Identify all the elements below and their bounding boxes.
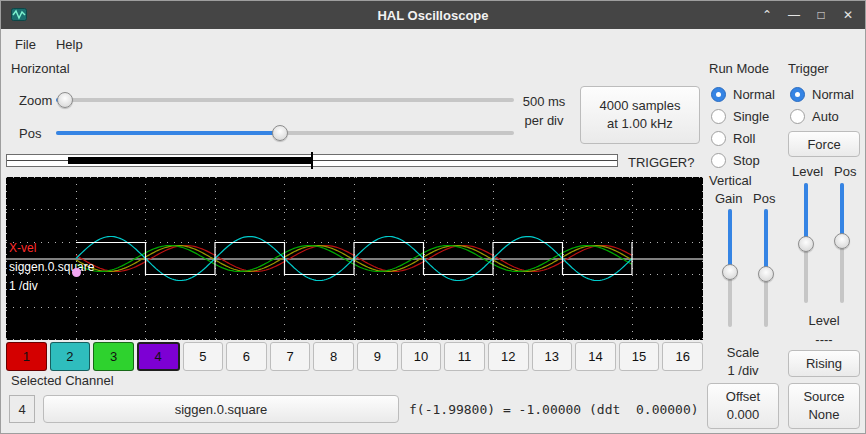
shade-button[interactable]: ⌃ — [760, 8, 774, 22]
offset-value: 0.000 — [727, 406, 760, 424]
close-button[interactable]: ✕ — [841, 8, 855, 22]
radio-option-normal[interactable]: Normal — [711, 83, 775, 105]
slider-thumb[interactable] — [57, 92, 73, 108]
menu-help[interactable]: Help — [46, 32, 93, 57]
channel-button-1[interactable]: 1 — [6, 342, 47, 371]
samples-rate: at 1.00 kHz — [607, 115, 673, 133]
scale-caption: Scale — [707, 345, 779, 360]
channel-button-3[interactable]: 3 — [93, 342, 134, 371]
gain-label: Gain — [715, 191, 742, 206]
minimize-button[interactable]: — — [787, 8, 801, 22]
trigger-level-label: Level — [792, 164, 823, 179]
radio-label: Normal — [812, 87, 854, 102]
slider-fill — [728, 209, 732, 272]
time-per-div-caption: per div — [513, 112, 575, 131]
radio-option-single[interactable]: Single — [711, 105, 775, 127]
time-per-div: 500 ms per div — [513, 93, 575, 131]
pos-label: Pos — [19, 126, 41, 141]
radio-button[interactable] — [711, 131, 726, 146]
slider-thumb[interactable] — [798, 236, 814, 252]
slider-track[interactable] — [56, 98, 514, 102]
time-per-div-value: 500 ms — [513, 93, 575, 112]
scope-display[interactable]: X-vel siggen.0.square 1 /div — [6, 177, 703, 340]
channel-readout: f(-1.99800) = -1.00000 (ddt 0.00000) — [409, 402, 699, 417]
radio-button[interactable] — [711, 87, 726, 102]
window-controls: ⌃—□✕ — [760, 8, 855, 22]
channel-button-15[interactable]: 15 — [619, 342, 660, 371]
channel-button-12[interactable]: 12 — [488, 342, 529, 371]
offset-caption: Offset — [726, 388, 760, 406]
slider-fill — [764, 209, 768, 274]
offset-button[interactable]: Offset 0.000 — [707, 383, 779, 429]
app-icon — [11, 7, 27, 23]
channel-button-5[interactable]: 5 — [183, 342, 224, 371]
radio-option-auto[interactable]: Auto — [790, 105, 854, 127]
slider-thumb[interactable] — [272, 125, 288, 141]
channel-scale-label: 1 /div — [9, 279, 38, 293]
record-progress-bar — [6, 154, 618, 167]
vertical-group-label: Vertical — [709, 173, 752, 188]
edge-button[interactable]: Rising — [788, 350, 860, 377]
channel-button-4[interactable]: 4 — [137, 342, 180, 371]
radio-button[interactable] — [790, 109, 805, 124]
channel-button-10[interactable]: 10 — [401, 342, 442, 371]
pos-slider[interactable] — [56, 125, 514, 141]
horizontal-group-label: Horizontal — [11, 61, 70, 76]
trigger-group-label: Trigger — [788, 61, 829, 76]
radio-option-stop[interactable]: Stop — [711, 149, 775, 171]
radio-label: Single — [733, 109, 769, 124]
selected-channel-group-label: Selected Channel — [11, 373, 114, 388]
channel-source-button[interactable]: siggen.0.square — [43, 395, 399, 423]
maximize-button[interactable]: □ — [814, 8, 828, 22]
radio-label: Normal — [733, 87, 775, 102]
radio-label: Stop — [733, 153, 760, 168]
vertical-pos-slider[interactable] — [758, 209, 774, 327]
gain-slider[interactable] — [722, 209, 738, 327]
app-window: HAL Oscilloscope ⌃—□✕ FileHelp Horizonta… — [0, 0, 866, 434]
channel-button-2[interactable]: 2 — [50, 342, 91, 371]
record-bar-fill — [68, 157, 312, 164]
slider-fill — [840, 183, 844, 241]
trigger-mode-radio-group: NormalAuto — [790, 83, 854, 127]
trigger-level-slider[interactable] — [798, 183, 814, 303]
scope-canvas — [6, 177, 703, 340]
trigger-level-caption: Level — [788, 313, 860, 328]
radio-option-normal[interactable]: Normal — [790, 83, 854, 105]
channel-button-row: 12345678910111213141516 — [6, 342, 703, 371]
source-button[interactable]: Source None — [788, 383, 860, 429]
menubar: FileHelp — [1, 29, 865, 59]
force-button[interactable]: Force — [788, 131, 860, 157]
slider-thumb[interactable] — [758, 266, 774, 282]
radio-option-roll[interactable]: Roll — [711, 127, 775, 149]
window-title: HAL Oscilloscope — [1, 8, 865, 23]
zoom-slider[interactable] — [56, 92, 514, 108]
trigger-pos-slider[interactable] — [834, 183, 850, 303]
trigger-status-label: TRIGGER? — [628, 155, 694, 170]
channel-button-7[interactable]: 7 — [270, 342, 311, 371]
scale-value: 1 /div — [707, 363, 779, 378]
channel-button-13[interactable]: 13 — [532, 342, 573, 371]
titlebar[interactable]: HAL Oscilloscope ⌃—□✕ — [1, 1, 865, 29]
run-mode-radio-group: NormalSingleRollStop — [711, 83, 775, 171]
slider-thumb[interactable] — [834, 233, 850, 249]
slider-thumb[interactable] — [722, 264, 738, 280]
run-mode-group-label: Run Mode — [709, 61, 769, 76]
vertical-pos-label: Pos — [753, 191, 775, 206]
trigger-position-marker[interactable] — [311, 152, 313, 169]
radio-button[interactable] — [711, 153, 726, 168]
channel-button-16[interactable]: 16 — [662, 342, 703, 371]
radio-button[interactable] — [790, 87, 805, 102]
channel-button-14[interactable]: 14 — [575, 342, 616, 371]
radio-button[interactable] — [711, 109, 726, 124]
selected-channel-number: 4 — [9, 395, 35, 423]
channel-button-8[interactable]: 8 — [313, 342, 354, 371]
source-caption: Source — [803, 388, 844, 406]
menu-file[interactable]: File — [5, 32, 46, 57]
source-value: None — [808, 406, 839, 424]
channel-button-9[interactable]: 9 — [357, 342, 398, 371]
samples-info-button[interactable]: 4000 samples at 1.00 kHz — [580, 86, 700, 144]
channel-button-6[interactable]: 6 — [226, 342, 267, 371]
channel-button-11[interactable]: 11 — [444, 342, 485, 371]
samples-count: 4000 samples — [600, 97, 681, 115]
probe-cursor-dot[interactable] — [72, 268, 81, 277]
